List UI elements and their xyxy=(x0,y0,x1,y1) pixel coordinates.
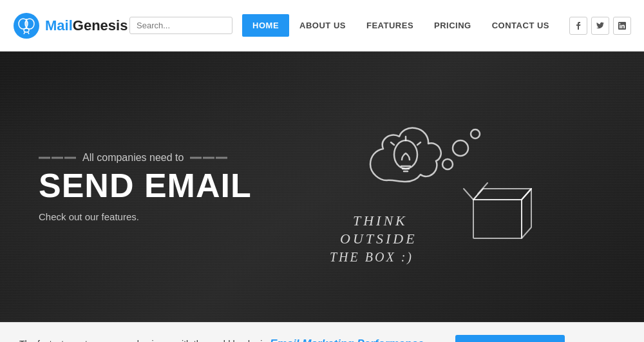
bottom-right: Get Started Now! or learn more. xyxy=(455,335,625,342)
svg-line-12 xyxy=(391,142,394,145)
bottom-left: The fastest way to grow your business wi… xyxy=(19,337,442,343)
main-nav: HOME ABOUT US FEATURES PRICING CONTACT U… xyxy=(242,14,560,37)
header-right: HOME ABOUT US FEATURES PRICING CONTACT U… xyxy=(129,14,631,37)
bottom-main-text: The fastest way to grow your business wi… xyxy=(19,337,442,343)
subtitle-decoration-left xyxy=(39,157,76,158)
facebook-icon[interactable] xyxy=(569,17,587,35)
search-input[interactable] xyxy=(129,17,232,34)
email-highlight: Email Marketing Performance. xyxy=(270,337,427,343)
nav-home[interactable]: HOME xyxy=(242,14,289,37)
header: MailGenesis HOME ABOUT US FEATURES PRICI… xyxy=(0,0,644,52)
logo-text: MailGenesis xyxy=(45,17,128,34)
subtitle-line xyxy=(203,157,214,158)
bottom-bar: The fastest way to grow your business wi… xyxy=(0,322,644,342)
hero-content: All companies need to SEND EMAIL Check o… xyxy=(39,152,252,222)
chalk-box-text: THE BOX :) xyxy=(330,250,413,265)
twitter-icon[interactable] xyxy=(591,17,609,35)
nav-about[interactable]: ABOUT US xyxy=(289,14,356,37)
subtitle-line xyxy=(64,157,76,158)
subtitle-line xyxy=(39,157,50,158)
subtitle-line xyxy=(190,157,202,158)
chalk-illustration: THINK OUTSIDE THE BOX :) xyxy=(309,64,580,303)
chalk-think-text: THINK xyxy=(353,213,408,229)
nav-contact[interactable]: CONTACT US xyxy=(482,14,560,37)
nav-features[interactable]: FEATURES xyxy=(356,14,424,37)
subtitle-line xyxy=(216,157,227,158)
hero-title: SEND EMAIL xyxy=(39,169,252,202)
logo[interactable]: MailGenesis xyxy=(13,12,128,39)
linkedin-icon[interactable] xyxy=(613,17,631,35)
hero-check-text: Check out our features. xyxy=(39,211,252,222)
nav-pricing[interactable]: PRICING xyxy=(424,14,482,37)
hero-section: All companies need to SEND EMAIL Check o… xyxy=(0,52,644,322)
social-icons xyxy=(569,17,631,35)
svg-line-13 xyxy=(417,142,421,145)
svg-point-15 xyxy=(453,140,468,156)
svg-point-7 xyxy=(394,140,417,169)
svg-point-16 xyxy=(471,129,480,138)
logo-icon xyxy=(13,12,40,39)
svg-point-14 xyxy=(442,159,453,169)
hero-subtitle: All companies need to xyxy=(39,152,252,164)
chalk-svg: THINK OUTSIDE THE BOX :) xyxy=(309,64,580,303)
subtitle-decoration-right xyxy=(190,157,227,158)
svg-rect-17 xyxy=(473,200,522,238)
get-started-button[interactable]: Get Started Now! xyxy=(455,335,565,342)
subtitle-line xyxy=(52,157,63,158)
chalk-outside-text: OUTSIDE xyxy=(340,231,417,247)
